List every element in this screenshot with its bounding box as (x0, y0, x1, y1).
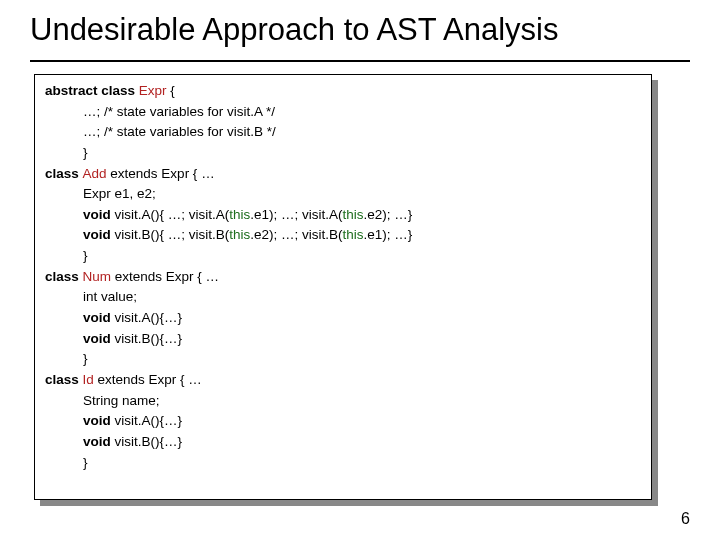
code-text: { (167, 83, 175, 98)
kw-void: void (83, 227, 111, 242)
kw-class: class (45, 372, 83, 387)
classname-expr: Expr (139, 83, 167, 98)
title-underline (30, 60, 690, 62)
kw-this: this (229, 207, 250, 222)
slide: Undesirable Approach to AST Analysis abs… (0, 0, 720, 540)
code-text: visit.B(){…} (111, 434, 182, 449)
code-line: } (45, 453, 641, 474)
slide-title: Undesirable Approach to AST Analysis (30, 12, 700, 48)
code-text: visit.B(){…} (111, 331, 182, 346)
code-text: extends Expr { … (107, 166, 215, 181)
code-text: visit.A(){…} (111, 310, 182, 325)
code-line: void visit.A(){…} (45, 411, 641, 432)
code-text: visit.A(){ …; visit.A( (111, 207, 230, 222)
code-text: .e2); …; visit.B( (250, 227, 342, 242)
kw-this: this (343, 207, 364, 222)
code-line: void visit.A(){ …; visit.A(this.e1); …; … (45, 205, 641, 226)
code-line: String name; (45, 391, 641, 412)
code-line: abstract class Expr { (45, 81, 641, 102)
kw-void: void (83, 207, 111, 222)
kw-void: void (83, 331, 111, 346)
classname-add: Add (83, 166, 107, 181)
code-line: } (45, 143, 641, 164)
kw-abstract-class: abstract class (45, 83, 139, 98)
code-text: extends Expr { … (94, 372, 202, 387)
code-line: Expr e1, e2; (45, 184, 641, 205)
code-line: } (45, 349, 641, 370)
code-line: class Add extends Expr { … (45, 164, 641, 185)
kw-void: void (83, 413, 111, 428)
code-text: extends Expr { … (111, 269, 219, 284)
code-line: void visit.B(){…} (45, 329, 641, 350)
kw-class: class (45, 269, 83, 284)
code-box: abstract class Expr { …; /* state variab… (34, 74, 652, 500)
code-line: …; /* state variables for visit.B */ (45, 122, 641, 143)
code-line: void visit.A(){…} (45, 308, 641, 329)
code-line: void visit.B(){…} (45, 432, 641, 453)
kw-this: this (229, 227, 250, 242)
code-line: class Num extends Expr { … (45, 267, 641, 288)
code-line: …; /* state variables for visit.A */ (45, 102, 641, 123)
classname-num: Num (83, 269, 112, 284)
code-line: } (45, 246, 641, 267)
code-line: int value; (45, 287, 641, 308)
code-text: visit.A(){…} (111, 413, 182, 428)
kw-void: void (83, 434, 111, 449)
code-text: visit.B(){ …; visit.B( (111, 227, 230, 242)
kw-class: class (45, 166, 83, 181)
code-text: .e1); …; visit.A( (250, 207, 342, 222)
code-text: .e2); …} (364, 207, 413, 222)
kw-this: this (343, 227, 364, 242)
code-line: class Id extends Expr { … (45, 370, 641, 391)
page-number: 6 (681, 510, 690, 528)
code-line: void visit.B(){ …; visit.B(this.e2); …; … (45, 225, 641, 246)
code-text: .e1); …} (364, 227, 413, 242)
kw-void: void (83, 310, 111, 325)
classname-id: Id (83, 372, 94, 387)
